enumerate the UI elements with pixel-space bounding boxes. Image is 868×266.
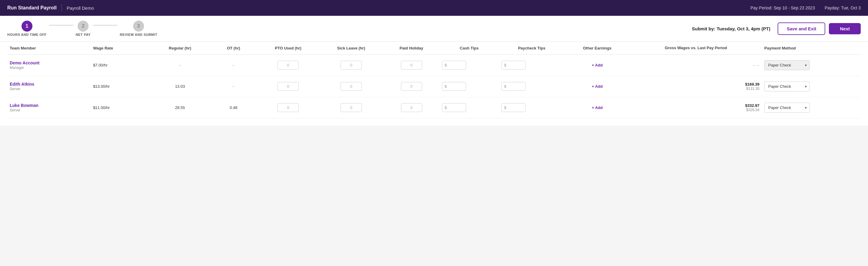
cell-team-member: Luke Bowman Server [7,97,91,118]
cell-gross-wages: $332.97 $326.54 [630,97,762,118]
payroll-table: Team Member Wage Rate Regular (hr) OT (h… [7,42,861,118]
gross-main-dash: -- [753,63,756,68]
col-header-wage-rate: Wage Rate [91,42,150,55]
cell-sick [319,76,383,97]
cell-gross-wages: $169.39 $131.30 [630,76,762,97]
step-1: 1 HOURS AND TIME OFF [7,21,47,36]
gross-main-value: $332.97 [632,103,760,108]
submit-by-text: Submit by: Tuesday, Oct 3, 4pm (PT) [692,26,770,31]
col-header-paycheck-tips: Paycheck Tips [499,42,564,55]
gross-sub-value: $131.30 [632,86,760,91]
gross-sub-dash: -- [757,63,760,68]
cell-gross-wages: -- -- [630,55,762,76]
col-header-gross-wages: Gross Wages vs. Last Pay Period [630,42,762,55]
cell-sick [319,55,383,76]
paycheck-tips-input[interactable] [507,82,520,90]
cash-tips-input[interactable] [448,61,460,69]
cell-other-earnings: + Add [564,76,630,97]
paycheck-tips-dollar-sign: $ [502,82,507,90]
cash-tips-input[interactable] [448,82,460,90]
payment-method-wrapper: Paper Check Direct Deposit [764,81,810,91]
regular-value: 29.55 [175,105,185,110]
cell-payment-method: Paper Check Direct Deposit [762,55,861,76]
sick-input[interactable] [341,103,362,112]
wage-value: $7.00/hr [93,63,108,68]
add-other-earnings-link[interactable]: + Add [592,105,602,110]
top-header: Run Standard Payroll Payroll Demo Pay Pe… [0,0,868,16]
step-1-label: HOURS AND TIME OFF [7,33,47,36]
payment-method-select[interactable]: Paper Check Direct Deposit [764,60,810,70]
stepper-row: 1 HOURS AND TIME OFF 2 NET PAY 3 REVIEW … [0,16,868,42]
cell-paycheck-tips: $ [499,55,564,76]
holiday-input[interactable] [401,61,422,70]
cell-regular: 13.03 [150,76,210,97]
add-other-earnings-link[interactable]: + Add [592,84,602,89]
cash-tips-wrapper: $ [442,61,466,70]
cell-ot: 0.48 [210,97,257,118]
regular-value: 13.03 [175,84,185,89]
cash-tips-input[interactable] [448,104,460,112]
ot-value: -- [232,63,235,68]
cell-holiday [383,55,439,76]
paycheck-tips-wrapper: $ [501,103,526,112]
member-name[interactable]: Luke Bowman [10,103,88,108]
cell-wage: $13.00/hr [91,76,150,97]
pto-input[interactable] [278,82,299,91]
sick-input[interactable] [341,61,362,70]
cell-pto [257,76,319,97]
step-2-circle: 2 [78,21,89,32]
cell-regular: 29.55 [150,97,210,118]
next-button[interactable]: Next [829,23,861,34]
cell-cash-tips: $ [439,97,499,118]
add-other-earnings-link[interactable]: + Add [592,63,602,68]
table-row: Luke Bowman Server $11.00/hr 29.55 0.48 … [7,97,861,118]
step-3-label: REVIEW AND SUBMIT [120,33,157,36]
pto-input[interactable] [278,103,299,112]
stepper: 1 HOURS AND TIME OFF 2 NET PAY 3 REVIEW … [7,21,157,36]
holiday-input[interactable] [401,103,422,112]
app-title: Run Standard Payroll [7,5,57,10]
pay-period: Pay Period: Sep 10 - Sep 23 2023 [750,5,815,10]
cell-team-member: Edith Atkins Server [7,76,91,97]
payment-method-select[interactable]: Paper Check Direct Deposit [764,103,810,113]
paycheck-tips-dollar-sign: $ [502,104,507,112]
cash-tips-dollar-sign: $ [442,82,448,90]
col-header-holiday: Paid Holiday [383,42,439,55]
member-name[interactable]: Edith Atkins [10,82,88,86]
cell-cash-tips: $ [439,55,499,76]
gross-sub-value: $326.54 [632,108,760,112]
step-connector-1 [49,25,73,26]
cash-tips-dollar-sign: $ [442,104,448,112]
cell-team-member: Demo Account Manager [7,55,91,76]
sick-input[interactable] [341,82,362,91]
cell-pto [257,55,319,76]
step-3-circle: 3 [133,21,144,32]
cell-regular: -- [150,55,210,76]
paycheck-tips-wrapper: $ [501,61,526,70]
cash-tips-wrapper: $ [442,82,466,91]
header-divider [62,4,62,11]
payment-method-wrapper: Paper Check Direct Deposit [764,103,810,113]
cell-other-earnings: + Add [564,55,630,76]
paycheck-tips-input[interactable] [507,61,520,69]
pto-input[interactable] [278,61,299,70]
company-name: Payroll Demo [67,5,94,10]
holiday-input[interactable] [401,82,422,91]
step-2-label: NET PAY [76,33,91,36]
payday: Payday: Tue, Oct 3 [825,5,861,10]
cell-ot: -- [210,55,257,76]
ot-value: -- [232,84,235,89]
save-exit-button[interactable]: Save and Exit [778,23,826,35]
cell-cash-tips: $ [439,76,499,97]
member-name[interactable]: Demo Account [10,60,88,65]
member-role: Manager [10,65,24,70]
paycheck-tips-wrapper: $ [501,82,526,91]
paycheck-tips-input[interactable] [507,104,520,112]
step-1-circle: 1 [22,21,32,32]
step-2: 2 NET PAY [76,21,91,36]
cell-wage: $11.00/hr [91,97,150,118]
wage-value: $13.00/hr [93,84,110,89]
payment-method-select[interactable]: Paper Check Direct Deposit [764,81,810,91]
col-header-team-member: Team Member [7,42,91,55]
cell-wage: $7.00/hr [91,55,150,76]
